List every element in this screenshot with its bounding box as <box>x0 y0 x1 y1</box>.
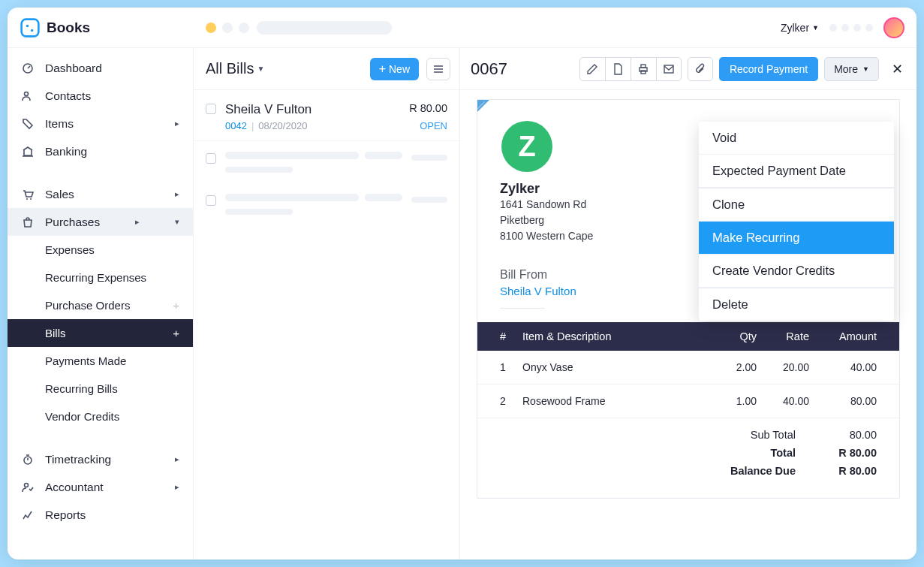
sidebar-sub-recurring bills[interactable]: Recurring Bills <box>8 375 193 403</box>
window-dot <box>239 23 249 33</box>
sidebar-sub-payments made[interactable]: Payments Made <box>8 347 193 375</box>
sidebar-item-banking[interactable]: Banking <box>8 137 193 165</box>
timer-icon <box>21 453 35 466</box>
pencil-icon <box>586 63 598 75</box>
menu-icon <box>432 63 444 75</box>
svg-rect-12 <box>664 65 673 73</box>
chevron-right-icon: ▸ <box>175 454 179 464</box>
printer-icon <box>637 63 649 75</box>
pdf-button[interactable] <box>605 57 631 81</box>
plus-icon: + <box>173 299 179 312</box>
sidebar-item-items[interactable]: Items▸ <box>8 110 193 137</box>
svg-point-1 <box>26 24 29 27</box>
chevron-right-icon: ▸ <box>175 119 179 128</box>
acct-icon <box>21 481 35 494</box>
app-logo[interactable]: Books <box>20 17 194 38</box>
sidebar-sub-recurring expenses[interactable]: Recurring Expenses <box>8 264 193 291</box>
org-switcher[interactable]: Zylker▼ <box>781 22 819 34</box>
svg-point-8 <box>25 483 29 487</box>
chevron-right-icon: ▸ <box>175 189 179 199</box>
books-icon <box>20 17 41 38</box>
checkbox[interactable] <box>206 104 216 114</box>
list-menu-button[interactable] <box>426 58 450 80</box>
list-placeholder <box>194 141 459 183</box>
bill-from-label: Bill From <box>500 268 576 282</box>
mail-icon <box>663 63 675 75</box>
pdf-icon <box>612 63 624 75</box>
status-ribbon: Pending Approval <box>477 100 489 115</box>
search-placeholder[interactable] <box>257 21 392 35</box>
svg-point-6 <box>30 198 32 200</box>
more-dropdown: VoidExpected Payment DateCloneMake Recur… <box>699 122 894 321</box>
chevron-down-icon: ▾ <box>175 217 179 227</box>
sidebar-sub-vendor credits[interactable]: Vendor Credits <box>8 403 193 430</box>
line-item: 1Onyx Vase2.0020.0040.00 <box>477 351 899 385</box>
users-icon <box>21 89 35 103</box>
svg-point-4 <box>25 92 29 95</box>
sidebar-item-purchases[interactable]: Purchases▸▾ <box>8 208 193 236</box>
table-header: # Item & Description Qty Rate Amount <box>477 322 899 351</box>
tag-icon <box>21 117 35 131</box>
bill-list-item[interactable]: Sheila V FultonR 80.00 0042|08/20/2020OP… <box>194 93 459 141</box>
bill-number: 0067 <box>471 59 573 79</box>
bank-icon <box>21 145 35 158</box>
record-payment-button[interactable]: Record Payment <box>719 57 818 81</box>
print-button[interactable] <box>631 57 656 81</box>
svg-rect-10 <box>641 65 646 68</box>
app-name: Books <box>47 20 90 36</box>
list-filter[interactable]: All Bills▼ <box>206 60 363 77</box>
gauge-icon <box>21 62 35 75</box>
sidebar-sub-purchase orders[interactable]: Purchase Orders+ <box>8 291 193 319</box>
sidebar-item-reports[interactable]: Reports <box>8 501 193 529</box>
sidebar-item-contacts[interactable]: Contacts <box>8 82 193 110</box>
window-dot <box>222 23 233 33</box>
new-button[interactable]: +New <box>370 58 419 80</box>
sidebar: DashboardContactsItems▸Banking Sales▸Pur… <box>8 48 194 559</box>
sidebar-item-dashboard[interactable]: Dashboard <box>8 54 193 82</box>
plus-icon: + <box>173 327 179 339</box>
sidebar-sub-bills[interactable]: Bills+ <box>8 319 193 347</box>
svg-point-2 <box>31 29 34 32</box>
edit-button[interactable] <box>579 57 605 81</box>
more-button[interactable]: More▼ <box>824 57 879 81</box>
dropdown-make recurring[interactable]: Make Recurring <box>699 222 894 255</box>
chart-icon <box>21 508 35 522</box>
line-item: 2Rosewood Frame1.0040.0080.00 <box>477 385 899 418</box>
chevron-right-icon: ▸ <box>135 217 140 227</box>
dropdown-delete[interactable]: Delete <box>699 288 894 321</box>
dropdown-create vendor credits[interactable]: Create Vendor Credits <box>699 255 894 288</box>
org-name: Zylker <box>500 181 593 197</box>
sidebar-sub-expenses[interactable]: Expenses <box>8 236 193 264</box>
dropdown-void[interactable]: Void <box>699 122 894 155</box>
close-button[interactable]: ✕ <box>888 60 906 78</box>
org-logo: Z <box>501 121 552 172</box>
svg-rect-0 <box>22 19 39 36</box>
sidebar-item-sales[interactable]: Sales▸ <box>8 180 193 208</box>
window-dot <box>206 23 216 33</box>
chevron-right-icon: ▸ <box>175 482 179 492</box>
paperclip-icon <box>694 63 706 75</box>
dropdown-clone[interactable]: Clone <box>699 188 894 222</box>
bag-icon <box>21 216 35 229</box>
list-placeholder <box>194 183 459 225</box>
attach-button[interactable] <box>688 57 713 81</box>
cart-icon <box>21 188 35 201</box>
sidebar-item-accountant[interactable]: Accountant▸ <box>8 473 193 501</box>
svg-rect-11 <box>641 71 646 74</box>
email-button[interactable] <box>656 57 682 81</box>
dropdown-expected payment date[interactable]: Expected Payment Date <box>699 155 894 188</box>
svg-point-5 <box>26 198 28 200</box>
avatar[interactable] <box>883 17 904 38</box>
vendor-link[interactable]: Sheila V Fulton <box>500 285 576 297</box>
sidebar-item-timetracking[interactable]: Timetracking▸ <box>8 445 193 473</box>
